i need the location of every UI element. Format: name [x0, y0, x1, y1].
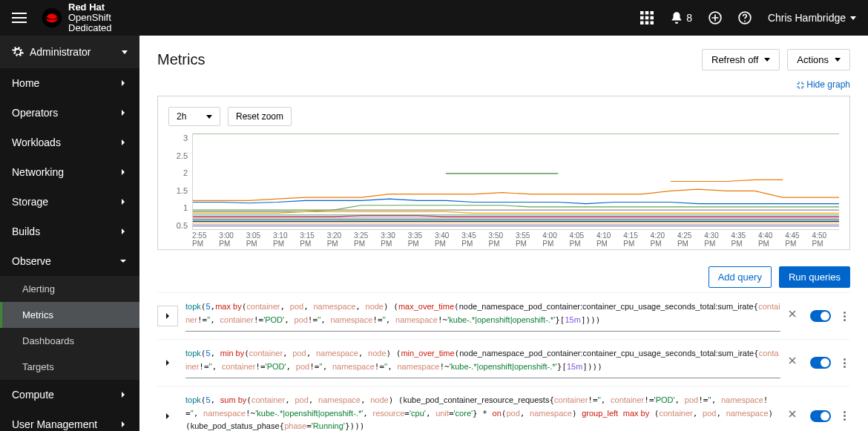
run-queries-button[interactable]: Run queries	[779, 266, 850, 288]
chevron-right-icon	[163, 412, 172, 421]
remove-query-button[interactable]	[788, 409, 803, 424]
actions-dropdown[interactable]: Actions	[787, 49, 850, 70]
plot-area	[192, 134, 839, 230]
notifications-button[interactable]: 8	[670, 11, 692, 24]
chart-panel: 2h Reset zoom 32.521.510.5 2:55 PM3:00 P…	[157, 96, 850, 250]
sidebar-subitem-metrics[interactable]: Metrics	[0, 302, 139, 328]
chevron-down-icon	[119, 257, 128, 266]
query-kebab-menu[interactable]	[838, 309, 850, 323]
expand-query-button[interactable]	[157, 352, 178, 373]
y-axis: 32.521.510.5	[168, 134, 192, 230]
product-name-3: Dedicated	[68, 23, 112, 33]
sidebar: Administrator HomeOperatorsWorkloadsNetw…	[0, 36, 139, 431]
user-name: Chris Hambridge	[768, 12, 846, 24]
close-icon	[788, 356, 797, 365]
sidebar-item-operators[interactable]: Operators	[0, 98, 139, 128]
chart[interactable]: 32.521.510.5 2:55 PM3:00 PM3:05 PM3:10 P…	[168, 134, 839, 245]
bell-icon	[670, 11, 683, 24]
chevron-right-icon	[119, 390, 128, 399]
sidebar-item-observe[interactable]: Observe	[0, 246, 139, 276]
topbar: Red Hat OpenShift Dedicated 8 Chris Hamb…	[0, 0, 868, 36]
query-list: topk(5,max by(container, pod, namespace,…	[139, 292, 868, 431]
query-enabled-toggle[interactable]	[810, 357, 831, 369]
chevron-right-icon	[163, 312, 172, 320]
query-expression[interactable]: topk(5, min by(container, pod, namespace…	[185, 347, 780, 378]
sidebar-subitem-targets[interactable]: Targets	[0, 354, 139, 380]
query-enabled-toggle[interactable]	[810, 310, 831, 322]
sidebar-item-label: Observe	[12, 255, 51, 267]
query-row: topk(5,max by(container, pod, namespace,…	[157, 292, 850, 339]
sidebar-item-label: Home	[12, 77, 39, 89]
add-query-button[interactable]: Add query	[708, 266, 772, 288]
sidebar-item-label: Compute	[12, 389, 54, 401]
main-content: Metrics Refresh off Actions Hide graph 2…	[139, 36, 868, 431]
timerange-dropdown[interactable]: 2h	[168, 107, 220, 126]
sidebar-subitem-dashboards[interactable]: Dashboards	[0, 328, 139, 354]
query-expression[interactable]: topk(5, sum by(container, pod, namespace…	[185, 394, 780, 431]
svg-rect-5	[645, 16, 649, 20]
sidebar-item-label: Builds	[12, 226, 40, 237]
query-row: topk(5, min by(container, pod, namespace…	[157, 339, 850, 386]
sidebar-item-user-management[interactable]: User Management	[0, 409, 139, 431]
chevron-right-icon	[119, 227, 128, 236]
svg-rect-2	[645, 11, 649, 15]
query-row: topk(5, sum by(container, pod, namespace…	[157, 386, 850, 431]
refresh-dropdown[interactable]: Refresh off	[702, 49, 780, 70]
caret-down-icon	[850, 16, 856, 20]
sidebar-item-label: Storage	[12, 196, 48, 208]
perspective-label: Administrator	[30, 46, 91, 58]
svg-rect-7	[640, 22, 644, 25]
svg-rect-6	[651, 16, 654, 20]
chevron-right-icon	[119, 420, 128, 429]
expand-query-button[interactable]	[157, 406, 178, 427]
help-icon[interactable]	[738, 11, 752, 24]
gear-icon	[12, 46, 24, 58]
remove-query-button[interactable]	[788, 355, 803, 370]
sidebar-item-workloads[interactable]: Workloads	[0, 128, 139, 157]
expand-query-button[interactable]	[157, 306, 178, 326]
sidebar-item-storage[interactable]: Storage	[0, 187, 139, 217]
sidebar-item-label: Operators	[12, 107, 58, 119]
svg-rect-1	[640, 11, 644, 15]
chevron-right-icon	[119, 79, 128, 88]
reset-zoom-button[interactable]: Reset zoom	[228, 107, 292, 126]
svg-point-12	[744, 21, 746, 22]
sidebar-item-compute[interactable]: Compute	[0, 380, 139, 409]
redhat-icon	[42, 7, 62, 28]
sidebar-item-label: Workloads	[12, 136, 61, 148]
menu-toggle-button[interactable]	[12, 9, 30, 27]
query-kebab-menu[interactable]	[838, 355, 850, 370]
query-kebab-menu[interactable]	[838, 409, 850, 424]
perspective-switcher[interactable]: Administrator	[0, 36, 139, 68]
sidebar-item-home[interactable]: Home	[0, 68, 139, 98]
hide-graph-link[interactable]: Hide graph	[797, 79, 850, 90]
query-expression[interactable]: topk(5,max by(container, pod, namespace,…	[185, 300, 780, 332]
remove-query-button[interactable]	[788, 309, 803, 323]
query-enabled-toggle[interactable]	[810, 410, 831, 422]
compress-icon	[797, 82, 804, 89]
sidebar-item-networking[interactable]: Networking	[0, 157, 139, 187]
product-name-1: Red Hat	[68, 1, 105, 13]
chevron-right-icon	[163, 358, 172, 367]
chevron-right-icon	[119, 108, 128, 117]
chevron-right-icon	[119, 197, 128, 206]
apps-icon[interactable]	[640, 11, 654, 24]
plus-icon[interactable]	[708, 11, 722, 24]
sidebar-item-builds[interactable]: Builds	[0, 217, 139, 246]
sidebar-item-label: Networking	[12, 166, 64, 178]
page-title: Metrics	[157, 51, 205, 68]
svg-rect-3	[651, 11, 654, 15]
sidebar-subitem-alerting[interactable]: Alerting	[0, 276, 139, 302]
svg-rect-9	[651, 22, 654, 25]
caret-down-icon	[122, 50, 128, 54]
sidebar-item-label: User Management	[12, 418, 97, 430]
product-logo: Red Hat OpenShift Dedicated	[42, 2, 112, 34]
close-icon	[788, 309, 797, 318]
product-name-2: OpenShift	[68, 13, 112, 23]
notification-count: 8	[686, 12, 692, 24]
user-menu[interactable]: Chris Hambridge	[768, 12, 856, 24]
chevron-right-icon	[119, 168, 128, 177]
svg-rect-8	[645, 22, 649, 25]
close-icon	[788, 409, 797, 418]
x-axis: 2:55 PM3:00 PM3:05 PM3:10 PM3:15 PM3:20 …	[192, 231, 839, 245]
